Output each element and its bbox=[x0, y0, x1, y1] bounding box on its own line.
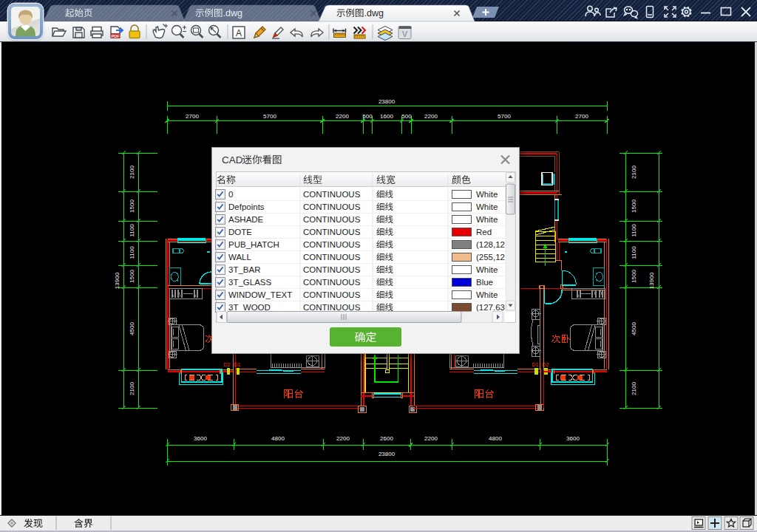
svg-text:2200: 2200 bbox=[424, 435, 438, 442]
svg-text:CONTINUOUS: CONTINUOUS bbox=[303, 253, 361, 262]
svg-text:4800: 4800 bbox=[271, 435, 285, 442]
svg-text:3T_BAR: 3T_BAR bbox=[228, 265, 260, 274]
svg-text:WINDOW_TEXT: WINDOW_TEXT bbox=[228, 290, 292, 299]
svg-text:CONTINUOUS: CONTINUOUS bbox=[303, 228, 361, 236]
svg-text:CONTINUOUS: CONTINUOUS bbox=[303, 265, 361, 274]
svg-text:5700: 5700 bbox=[263, 113, 276, 120]
svg-text:(255,12: (255,12 bbox=[476, 253, 505, 262]
svg-text:1600: 1600 bbox=[380, 113, 393, 120]
svg-text:PDF: PDF bbox=[112, 34, 120, 38]
svg-text:1100: 1100 bbox=[631, 224, 637, 237]
svg-text:Defpoints: Defpoints bbox=[228, 202, 265, 211]
svg-text:2100: 2100 bbox=[129, 382, 135, 395]
svg-text:3600: 3600 bbox=[194, 435, 207, 442]
svg-text:1500: 1500 bbox=[129, 270, 135, 283]
svg-text:23800: 23800 bbox=[378, 451, 396, 457]
svg-text:13900: 13900 bbox=[648, 272, 655, 289]
svg-text:CONTINUOUS: CONTINUOUS bbox=[303, 303, 361, 312]
svg-text:White: White bbox=[476, 290, 498, 299]
svg-text:ASHADE: ASHADE bbox=[228, 215, 264, 224]
svg-text:2600: 2600 bbox=[380, 435, 393, 442]
svg-text:2100: 2100 bbox=[129, 166, 135, 179]
svg-text:White: White bbox=[476, 202, 498, 211]
svg-text:D2: D2 bbox=[224, 362, 231, 367]
svg-text:White: White bbox=[476, 190, 498, 199]
svg-text:2100: 2100 bbox=[631, 166, 637, 179]
svg-text:D2: D2 bbox=[543, 362, 549, 367]
svg-text:2200: 2200 bbox=[424, 113, 438, 120]
svg-text:3600: 3600 bbox=[566, 435, 580, 442]
svg-text:Red: Red bbox=[476, 228, 492, 236]
svg-text:CONTINUOUS: CONTINUOUS bbox=[303, 278, 361, 287]
svg-text:5700: 5700 bbox=[498, 113, 511, 120]
svg-text:White: White bbox=[476, 215, 498, 224]
svg-text:4500: 4500 bbox=[129, 322, 135, 335]
svg-text:CONTINUOUS: CONTINUOUS bbox=[303, 190, 361, 199]
svg-text:CONTINUOUS: CONTINUOUS bbox=[303, 215, 361, 224]
svg-text:D1: D1 bbox=[234, 362, 241, 367]
svg-text:13900: 13900 bbox=[114, 272, 120, 289]
svg-text:CAD: CAD bbox=[222, 154, 243, 166]
svg-text:CONTINUOUS: CONTINUOUS bbox=[303, 240, 361, 249]
svg-text:1500: 1500 bbox=[631, 270, 637, 283]
svg-text:D1: D1 bbox=[532, 362, 539, 367]
svg-text:4500: 4500 bbox=[631, 322, 637, 335]
svg-text:.dwg: .dwg bbox=[364, 8, 384, 18]
svg-text:3T_GLASS: 3T_GLASS bbox=[228, 278, 271, 287]
svg-text:Blue: Blue bbox=[476, 278, 493, 287]
svg-text:1100: 1100 bbox=[631, 246, 637, 259]
svg-text:3T_WOOD: 3T_WOOD bbox=[228, 303, 271, 312]
svg-text:CONTINUOUS: CONTINUOUS bbox=[303, 290, 361, 299]
svg-text:2200: 2200 bbox=[336, 113, 349, 120]
svg-text:White: White bbox=[476, 265, 498, 274]
svg-text:1100: 1100 bbox=[129, 246, 135, 259]
svg-text:23800: 23800 bbox=[378, 98, 396, 105]
svg-text:1500: 1500 bbox=[631, 200, 637, 213]
svg-text:2700: 2700 bbox=[575, 113, 588, 120]
svg-text:.dwg: .dwg bbox=[223, 8, 242, 18]
svg-text:1500: 1500 bbox=[129, 200, 135, 213]
svg-text:(128,12: (128,12 bbox=[476, 240, 505, 249]
svg-text:500: 500 bbox=[362, 113, 373, 120]
svg-text:0: 0 bbox=[228, 190, 233, 199]
svg-text:1100: 1100 bbox=[129, 224, 135, 237]
svg-text:2700: 2700 bbox=[186, 113, 199, 120]
svg-text:2200: 2200 bbox=[336, 435, 350, 442]
svg-text:500: 500 bbox=[401, 113, 412, 120]
svg-text:A: A bbox=[236, 28, 242, 38]
svg-text:V: V bbox=[402, 30, 408, 38]
svg-text:CONTINUOUS: CONTINUOUS bbox=[303, 202, 361, 211]
svg-text:2100: 2100 bbox=[631, 382, 637, 395]
svg-text:WALL: WALL bbox=[228, 253, 251, 262]
svg-text:4800: 4800 bbox=[489, 435, 502, 442]
svg-text:PUB_HATCH: PUB_HATCH bbox=[228, 240, 279, 249]
svg-text:DOTE: DOTE bbox=[228, 228, 252, 236]
svg-text:(127.63: (127.63 bbox=[476, 303, 505, 312]
